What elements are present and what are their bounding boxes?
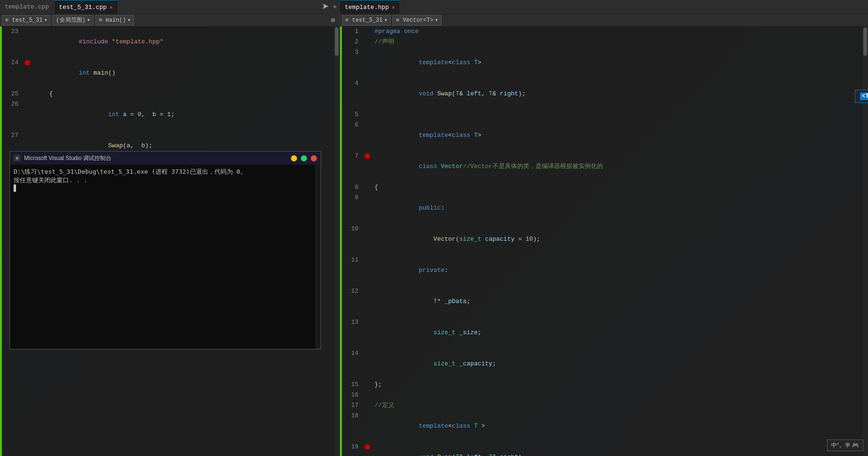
tab-close-hpp-button[interactable]: ✕ (392, 4, 395, 10)
scope-right-label: ⊙ test_5_31 (345, 17, 383, 24)
right-editor-pane: template.hpp ✕ ⊙ test_5_31 ▾ ⊙ Vector<T>… (340, 0, 868, 456)
r-code-line-6: 6 template<class T> (342, 120, 862, 151)
split-button[interactable]: ⊞ (328, 16, 338, 25)
line-number-26: 26 (2, 99, 23, 110)
right-toolbar: ⊙ test_5_31 ▾ ⊙ Vector<T> ▾ (340, 14, 868, 26)
tab-label: template.cpp (5, 3, 49, 10)
intellisense-tooltip: <T> 提供 IntelliSense 的示例模板参数 ▼ ✎ (855, 90, 868, 103)
range-selector[interactable]: (全局范围) ▾ (52, 15, 94, 25)
function-selector[interactable]: ⊙ main() ▾ (95, 15, 134, 25)
r-code-line-14: 14 size_t _capacity; (342, 348, 862, 380)
tab-template-hpp[interactable]: template.hpp ✕ (340, 0, 400, 14)
r-code-line-18: 18 template<class T > (342, 411, 862, 442)
left-toolbar: ⊙ test_5_31 ▾ (全局范围) ▾ ⊙ main() ▾ ⊞ (0, 14, 340, 26)
scope-selector-left[interactable]: ⊙ test_5_31 ▾ (2, 15, 51, 25)
left-tab-bar: template.cpp test_5_31.cpp ✕ ⮞ + (0, 0, 340, 14)
breakpoint-r19 (365, 444, 370, 450)
function-dropdown-icon: ▾ (128, 17, 131, 24)
r-code-line-3: 3 template<class T> (342, 47, 862, 78)
right-code-lines[interactable]: 1 #pragma once 2 //声明 3 template<class T… (342, 26, 862, 456)
r-code-line-12: 12 T* _pData; (342, 286, 862, 317)
r-code-line-15: 15 }; (342, 380, 862, 390)
line-number-23: 23 (2, 26, 23, 37)
right-scrollbar-thumb[interactable] (863, 27, 867, 56)
r-code-line-11: 11 private: (342, 255, 862, 286)
scrollbar-thumb[interactable] (335, 27, 339, 56)
intellisense-tag: <T> (860, 93, 868, 100)
tab-scroll-right[interactable]: ⮞ (321, 2, 330, 12)
r-code-line-8: 8 { (342, 182, 862, 193)
window-minimize-button[interactable] (291, 155, 297, 161)
r-code-line-19: 19 void Swap(T& left, T& right) (342, 442, 862, 456)
tab-test-5-31-cpp[interactable]: test_5_31.cpp ✕ (54, 0, 118, 14)
line-number-25: 25 (2, 89, 23, 99)
code-line-25: 25 { (2, 89, 334, 99)
tab-label: template.hpp (345, 4, 389, 11)
function-right-dropdown-icon: ▾ (435, 17, 438, 24)
r-code-line-5: 5 (342, 110, 862, 120)
console-app-icon: ■ (14, 155, 20, 161)
right-tab-bar: template.hpp ✕ (340, 0, 868, 14)
tab-close-button[interactable]: ✕ (110, 4, 113, 10)
console-cursor-line: ▋ (14, 185, 311, 192)
breakpoint-24 (25, 60, 30, 66)
window-close-button[interactable] (311, 155, 317, 161)
code-line-24: 24 int main() (2, 58, 334, 89)
line-number-24: 24 (2, 58, 23, 68)
r-code-line-2: 2 //声明 (342, 37, 862, 47)
console-line-1: D:\练习\test_5_31\Debug\test_5_31.exe (进程 … (14, 168, 311, 176)
breakpoint-r7 (365, 153, 370, 159)
line-content-25: { (33, 89, 334, 99)
left-editor-pane: template.cpp test_5_31.cpp ✕ ⮞ + ⊙ test_… (0, 0, 340, 456)
range-label: (全局范围) (56, 16, 85, 24)
range-dropdown-icon: ▾ (87, 17, 90, 24)
right-code-editor[interactable]: 1 #pragma once 2 //声明 3 template<class T… (340, 26, 868, 456)
ime-indicator[interactable]: 中°。半 🎮 (827, 439, 863, 451)
scope-right-dropdown-icon: ▾ (384, 17, 387, 24)
function-label: ⊙ main() (99, 17, 126, 24)
scope-dropdown-icon: ▾ (44, 17, 47, 24)
line-content-24: int main() (33, 58, 334, 89)
r-code-line-16: 16 (342, 390, 862, 400)
console-cursor: ▋ (14, 185, 17, 192)
console-title-text: Microsoft Visual Studio 调试控制台 (24, 154, 287, 162)
line-content-26: int a = 0, b = 1; (33, 99, 334, 130)
scope-label: ⊙ test_5_31 (5, 17, 43, 24)
function-selector-right[interactable]: ⊙ Vector<T> ▾ (392, 15, 441, 25)
console-scrollbar[interactable] (315, 165, 321, 349)
r-code-line-1: 1 #pragma once (342, 26, 862, 37)
new-tab-button[interactable]: + (330, 2, 340, 12)
line-content-23: #include "template.hpp" (33, 26, 334, 58)
scope-selector-right[interactable]: ⊙ test_5_31 ▾ (342, 15, 391, 25)
r-code-line-7: 7 class Vector//Vector不是具体的类，是编译器根据被实例化的 (342, 151, 862, 182)
r-code-line-9: 9 public: (342, 193, 862, 224)
r-code-line-13: 13 size_t _size; (342, 317, 862, 348)
tab-template-cpp[interactable]: template.cpp (0, 0, 54, 14)
tab-label: test_5_31.cpp (59, 4, 107, 11)
function-right-label: ⊙ Vector<T> (396, 17, 433, 24)
console-body: D:\练习\test_5_31\Debug\test_5_31.exe (进程 … (10, 165, 315, 349)
console-line-2: 按任意键关闭此窗口. . . (14, 176, 311, 185)
r-code-line-17: 17 //定义 (342, 400, 862, 411)
r-code-line-4: 4 void Swap(T& left, T& right); (342, 78, 862, 110)
code-line-23: 23 #include "template.hpp" (2, 26, 334, 58)
r-code-line-10: 10 Vector(size_t capacity = 10); (342, 224, 862, 255)
window-maximize-button[interactable] (301, 155, 307, 161)
line-number-27: 27 (2, 130, 23, 141)
left-scrollbar[interactable] (334, 26, 340, 456)
console-window: ■ Microsoft Visual Studio 调试控制台 D:\练习\te… (9, 151, 321, 349)
console-titlebar: ■ Microsoft Visual Studio 调试控制台 (10, 152, 321, 165)
code-line-26: 26 int a = 0, b = 1; (2, 99, 334, 130)
